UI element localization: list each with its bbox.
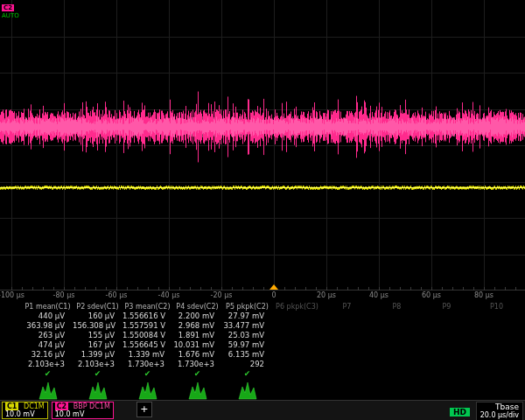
measure-value: 6.135 mV <box>222 350 272 360</box>
measure-value: 1.676 mV <box>172 350 222 360</box>
histicon[interactable] <box>31 380 66 400</box>
measure-value: 1.550084 V <box>122 331 172 340</box>
trace-overlay-tags: C2 AUTO <box>2 2 19 19</box>
measure-value: 1.730e+3 <box>172 360 222 369</box>
crosshair-button[interactable]: + <box>136 402 152 417</box>
measure-value <box>272 321 322 331</box>
measure-value: 27.97 mV <box>222 312 272 321</box>
measure-value <box>322 350 372 360</box>
time-axis-label: 40 µs <box>369 291 388 299</box>
hd-badge: HD <box>450 408 470 416</box>
timebase-label: Tbase <box>480 402 519 411</box>
measure-row: 363.98 µV156.308 µV1.557591 V2.968 mV33.… <box>23 321 525 331</box>
time-axis-label: -60 µs <box>106 291 128 299</box>
measure-value <box>372 360 422 369</box>
measure-value <box>272 312 322 321</box>
measure-status-check: ✔ <box>122 369 172 379</box>
measure-value: 2.103e+3 <box>23 360 73 369</box>
measure-value <box>472 350 522 360</box>
time-axis-label: 60 µs <box>422 291 441 299</box>
measure-value: 2.200 mV <box>172 312 222 321</box>
measure-value <box>422 321 472 331</box>
measure-value <box>372 321 422 331</box>
measure-value <box>422 331 472 340</box>
c1-chip: C1 <box>5 402 18 410</box>
measure-value: 10.031 mV <box>172 340 222 350</box>
measure-column-header[interactable]: P10 <box>472 302 522 312</box>
measure-value <box>322 360 372 369</box>
timebase-value: 20.0 µs/div <box>480 411 519 420</box>
measure-value <box>272 331 322 340</box>
measure-value <box>272 360 322 369</box>
measure-value <box>322 340 372 350</box>
measure-value <box>472 360 522 369</box>
measure-column-header[interactable]: P6 pkpk(C3) <box>272 302 322 312</box>
trigger-position-marker[interactable] <box>270 284 278 290</box>
measure-value: 160 µV <box>73 312 122 321</box>
measure-value: 292 <box>222 360 272 369</box>
measure-value: 1.399 µV <box>73 350 122 360</box>
time-axis-label: -80 µs <box>53 291 75 299</box>
histicon[interactable] <box>180 380 215 400</box>
measure-status-check <box>372 369 422 379</box>
measure-value: 263 µV <box>23 331 73 340</box>
measure-column-header[interactable]: P5 pkpk(C2) <box>222 302 272 312</box>
measure-status-check: ✔ <box>73 369 122 379</box>
measure-column-header[interactable]: P2 sdev(C1) <box>73 302 122 312</box>
measure-value <box>272 350 322 360</box>
histicon-slot <box>322 379 372 400</box>
histicon-slot <box>372 379 422 400</box>
oscilloscope-screen: C2 AUTO -100 µs-80 µs-60 µs-40 µs-20 µs0… <box>0 0 525 420</box>
measure-column-header[interactable]: P4 sdev(C2) <box>172 302 222 312</box>
measurement-table: P1 mean(C1)P2 sdev(C1)P3 mean(C2)P4 sdev… <box>0 302 525 379</box>
histicon-slot <box>172 379 222 400</box>
measure-column-header[interactable]: P8 <box>372 302 422 312</box>
measure-status-check <box>422 369 472 379</box>
histicon-slot <box>23 379 73 400</box>
measure-status-check: ✔ <box>172 369 222 379</box>
measure-value <box>322 321 372 331</box>
timebase-descriptor[interactable]: Tbase 20.0 µs/div <box>476 402 523 420</box>
c2-coupling: BBP DC1M <box>74 402 110 410</box>
measure-status-row: ✔✔✔✔✔ <box>23 369 525 379</box>
histicon[interactable] <box>230 380 265 400</box>
waveform-display[interactable]: C2 AUTO <box>0 0 525 290</box>
histicon[interactable] <box>130 380 165 400</box>
measure-value: 59.97 mV <box>222 340 272 350</box>
measure-column-header[interactable]: P9 <box>422 302 472 312</box>
channel-descriptor-c2[interactable]: C2 BBP DC1M 10.0 mV <box>52 402 114 419</box>
measure-column-header[interactable]: P7 <box>322 302 372 312</box>
channel-descriptor-c1[interactable]: C1 DC1M 10.0 mV <box>2 402 48 419</box>
time-axis-label: -40 µs <box>158 291 180 299</box>
measure-status-check <box>272 369 322 379</box>
waveform-canvas[interactable] <box>0 0 525 290</box>
measure-value: 1.730e+3 <box>122 360 172 369</box>
measure-value: 167 µV <box>73 340 122 350</box>
measure-value: 33.477 mV <box>222 321 272 331</box>
measure-column-header[interactable]: P1 mean(C1) <box>23 302 73 312</box>
histicon-slot <box>422 379 472 400</box>
measure-status-check <box>472 369 522 379</box>
measure-row: 2.103e+32.103e+31.730e+31.730e+3292 <box>23 360 525 369</box>
measure-row: 474 µV167 µV1.556645 V10.031 mV59.97 mV <box>23 340 525 350</box>
measure-value: 25.03 mV <box>222 331 272 340</box>
measure-value: 1.556645 V <box>122 340 172 350</box>
histicon-slot <box>222 379 272 400</box>
measure-value: 363.98 µV <box>23 321 73 331</box>
status-bar: C1 DC1M 10.0 mV C2 BBP DC1M 10.0 mV + HD… <box>0 400 525 420</box>
trace-label-c2: C2 <box>2 4 14 11</box>
measure-value <box>472 340 522 350</box>
histicon[interactable] <box>80 380 116 400</box>
histicon-slot <box>122 379 172 400</box>
measure-value: 155 µV <box>73 331 122 340</box>
c1-scale: 10.0 mV <box>5 410 45 418</box>
measure-value <box>472 312 522 321</box>
measure-value: 1.891 mV <box>172 331 222 340</box>
measure-value: 2.103e+3 <box>73 360 122 369</box>
measure-value <box>422 360 472 369</box>
histicon-slot <box>472 379 522 400</box>
measure-row: 440 µV160 µV1.556616 V2.200 mV27.97 mV <box>23 312 525 321</box>
time-axis-label: 20 µs <box>317 291 336 299</box>
measure-value: 1.556616 V <box>122 312 172 321</box>
measure-column-header[interactable]: P3 mean(C2) <box>122 302 172 312</box>
